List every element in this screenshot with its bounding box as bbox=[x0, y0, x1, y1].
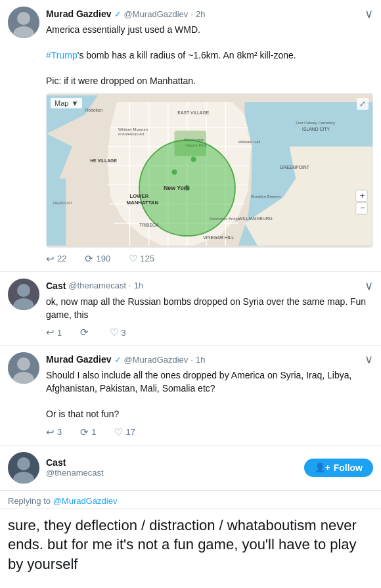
tweet-1: Murad Gazdiev ✓ @MuradGazdiev · 2h ∨ Ame… bbox=[0, 0, 381, 272]
tweet-2-content: Cast @thenamecast · 1h ∨ ok, now map all… bbox=[46, 279, 373, 338]
bottom-header-row: Cast @thenamecast 👤+ Follow bbox=[46, 457, 373, 478]
tweet-1-line3: Pic: if it were dropped on Manhattan. bbox=[46, 76, 196, 86]
retweet-icon-2: ⟳ bbox=[80, 327, 89, 338]
map-dropdown-icon: ▼ bbox=[71, 99, 78, 107]
tweet-map[interactable]: Map ▼ ⤢ bbox=[46, 93, 373, 248]
like-action[interactable]: ♡ 125 bbox=[129, 253, 154, 265]
tweet-2-body: ok, now map all the Russian bombs droppe… bbox=[46, 296, 366, 320]
reply-count-3: 3 bbox=[57, 427, 62, 437]
bottom-tweet-info: Cast @thenamecast 👤+ Follow bbox=[46, 457, 373, 478]
reply-icon: ↩ bbox=[46, 253, 55, 265]
svg-text:First Calvary Cemetery: First Calvary Cemetery bbox=[296, 121, 335, 125]
svg-text:MANHATTAN: MANHATTAN bbox=[127, 200, 159, 206]
reply-action-3[interactable]: ↩ 3 bbox=[46, 426, 62, 438]
tweet-2-name[interactable]: Cast bbox=[46, 281, 66, 291]
tweet-3-content: Murad Gazdiev ✓ @MuradGazdiev · 1h ∨ Sho… bbox=[46, 352, 373, 438]
avatar[interactable] bbox=[8, 7, 39, 38]
bottom-avatar[interactable] bbox=[8, 452, 39, 484]
follow-person-icon: 👤+ bbox=[315, 463, 330, 472]
reply-to-line: Replying to @MuradGazdiev bbox=[0, 491, 381, 509]
svg-text:WILLIAMSBURG: WILLIAMSBURG bbox=[238, 216, 273, 221]
tweet-1-hashtag[interactable]: #Trump bbox=[46, 50, 78, 60]
reply-icon-3: ↩ bbox=[46, 426, 55, 438]
svg-text:Manhattan Bridge: Manhattan Bridge bbox=[210, 217, 240, 221]
tweet-2: Cast @thenamecast · 1h ∨ ok, now map all… bbox=[0, 272, 381, 346]
tweet-2-time: 1h bbox=[134, 281, 143, 290]
reply-to-mention[interactable]: @MuradGazdiev bbox=[53, 496, 118, 506]
reply-action-2[interactable]: ↩ 1 bbox=[46, 327, 62, 338]
tweet-3-body: Should I also include all the ones dropp… bbox=[46, 370, 351, 394]
svg-rect-6 bbox=[47, 179, 66, 246]
retweet-count-3: 1 bbox=[91, 427, 96, 437]
tweet-1-line1: America essentially just used a WMD. bbox=[46, 24, 200, 35]
bottom-handle[interactable]: @thenamecast bbox=[46, 468, 104, 478]
tweet-3-body2: Or is that not fun? bbox=[46, 409, 119, 419]
svg-text:TRIBECA: TRIBECA bbox=[139, 223, 159, 227]
follow-button[interactable]: 👤+ Follow bbox=[304, 459, 373, 477]
follow-label: Follow bbox=[334, 463, 363, 473]
retweet-count: 190 bbox=[96, 254, 110, 263]
tweet-2-header: Cast @thenamecast · 1h ∨ bbox=[46, 279, 373, 293]
like-action-2[interactable]: ♡ 3 bbox=[110, 327, 125, 338]
svg-text:Hoboken: Hoboken bbox=[85, 108, 102, 112]
svg-text:GREENPOINT: GREENPOINT bbox=[280, 165, 309, 170]
svg-text:Whitney Museum: Whitney Museum bbox=[118, 127, 148, 131]
like-count: 125 bbox=[140, 254, 154, 263]
svg-text:EAST VILLAGE: EAST VILLAGE bbox=[177, 110, 209, 115]
svg-point-60 bbox=[17, 357, 30, 371]
svg-text:LOWER: LOWER bbox=[129, 193, 148, 199]
tweet-2-handle[interactable]: @thenamecast bbox=[68, 281, 126, 290]
tweet-3-more[interactable]: ∨ bbox=[365, 352, 373, 367]
retweet-action[interactable]: ⟳ 190 bbox=[85, 253, 110, 265]
tweet-3-text: Should I also include all the ones dropp… bbox=[46, 369, 373, 420]
map-label-text: Map bbox=[55, 99, 68, 107]
bottom-name[interactable]: Cast bbox=[46, 457, 104, 468]
reply-count-2: 1 bbox=[57, 328, 62, 338]
like-count-3: 17 bbox=[125, 427, 135, 437]
tweet-3-actions: ↩ 3 ⟳ 1 ♡ 17 bbox=[46, 426, 373, 438]
retweet-action-2[interactable]: ⟳ bbox=[80, 327, 91, 338]
tweet-3-handle[interactable]: @MuradGazdiev bbox=[124, 355, 189, 365]
tweet-1-dot: · bbox=[190, 9, 193, 19]
retweet-icon: ⟳ bbox=[85, 253, 93, 265]
tweet-3-avatar-area bbox=[8, 352, 39, 438]
like-icon: ♡ bbox=[129, 253, 137, 265]
tweet-3-dot: · bbox=[190, 355, 193, 365]
tweet-3: Murad Gazdiev ✓ @MuradGazdiev · 1h ∨ Sho… bbox=[0, 346, 381, 445]
svg-text:of American Art: of American Art bbox=[118, 132, 145, 136]
tweet-1-line2: 's bomb has a kill radius of ~1.6km. An … bbox=[78, 50, 296, 60]
svg-text:HE VILLAGE: HE VILLAGE bbox=[90, 158, 117, 163]
svg-text:VINEGAR HILL: VINEGAR HILL bbox=[203, 235, 234, 240]
svg-text:Brooklyn Brewery: Brooklyn Brewery bbox=[251, 194, 281, 198]
bottom-name-block: Cast @thenamecast bbox=[46, 457, 104, 478]
large-tweet-text: sure, they deflection / distraction / wh… bbox=[0, 509, 381, 585]
tweet-2-avatar-area bbox=[8, 279, 39, 338]
bottom-avatar-area bbox=[8, 452, 39, 484]
tweet-1-header: Murad Gazdiev ✓ @MuradGazdiev · 2h ∨ bbox=[46, 7, 373, 21]
tweet-2-more[interactable]: ∨ bbox=[365, 279, 373, 293]
tweet-2-dot: · bbox=[129, 281, 131, 290]
tweet-3-name[interactable]: Murad Gazdiev bbox=[46, 354, 112, 365]
tweet-1-avatar-area bbox=[8, 7, 39, 265]
tweet-1-handle[interactable]: @MuradGazdiev bbox=[124, 9, 189, 19]
retweet-icon-3: ⟳ bbox=[80, 426, 89, 438]
svg-text:NEWPORT: NEWPORT bbox=[53, 201, 73, 205]
tweet-2-actions: ↩ 1 ⟳ ♡ 3 bbox=[46, 327, 373, 338]
reply-count: 22 bbox=[57, 254, 66, 263]
tweet-1-name[interactable]: Murad Gazdiev bbox=[46, 9, 112, 19]
retweet-action-3[interactable]: ⟳ 1 bbox=[80, 426, 96, 438]
svg-point-63 bbox=[17, 457, 30, 470]
avatar[interactable] bbox=[8, 352, 39, 384]
reply-action[interactable]: ↩ 22 bbox=[46, 253, 66, 265]
like-count-2: 3 bbox=[121, 328, 125, 338]
tweet-1-more[interactable]: ∨ bbox=[365, 7, 373, 21]
verified-icon: ✓ bbox=[114, 9, 122, 19]
like-action-3[interactable]: ♡ 17 bbox=[114, 426, 135, 438]
avatar[interactable] bbox=[8, 279, 39, 310]
tweet-1-time: 2h bbox=[196, 9, 205, 19]
verified-icon-3: ✓ bbox=[114, 355, 122, 365]
reply-icon-2: ↩ bbox=[46, 327, 55, 338]
tweet-3-header: Murad Gazdiev ✓ @MuradGazdiev · 1h ∨ bbox=[46, 352, 373, 367]
svg-point-27 bbox=[191, 157, 196, 162]
map-expand-icon[interactable]: ⤢ bbox=[357, 98, 369, 110]
